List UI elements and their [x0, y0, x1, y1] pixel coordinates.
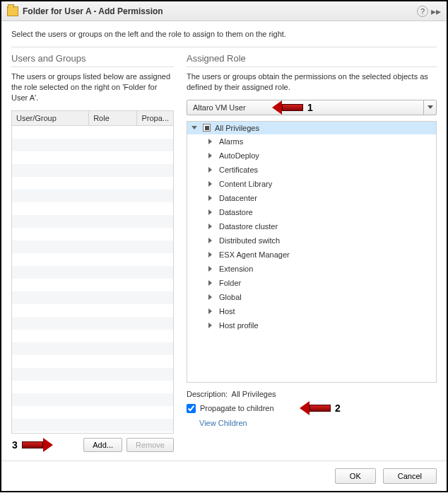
- expand-icon[interactable]: [208, 195, 212, 201]
- tree-item[interactable]: Certificates: [187, 163, 436, 177]
- checkbox-icon[interactable]: [203, 124, 211, 132]
- ok-button[interactable]: OK: [335, 468, 376, 484]
- expand-icon[interactable]: [208, 266, 212, 272]
- expand-icon[interactable]: ▸▸: [431, 6, 441, 17]
- tree-item[interactable]: Alarms: [187, 134, 436, 149]
- tree-item[interactable]: Datacenter: [187, 191, 436, 205]
- tree-item-label: Extension: [219, 265, 253, 273]
- role-dropdown-value: Altaro VM User: [187, 103, 423, 112]
- assigned-role-desc: The users or groups obtain the permissio…: [187, 71, 437, 93]
- tree-item-label: Content Library: [219, 180, 272, 188]
- tree-item[interactable]: Content Library: [187, 177, 436, 191]
- expand-icon[interactable]: [208, 209, 212, 215]
- col-user-group[interactable]: User/Group: [12, 111, 89, 125]
- tree-item-label: AutoDeploy: [219, 151, 259, 160]
- tree-item[interactable]: Host: [187, 304, 436, 318]
- expand-icon[interactable]: [208, 252, 212, 257]
- col-propagate[interactable]: Propa...: [137, 111, 173, 125]
- tree-item[interactable]: Distributed switch: [187, 233, 436, 248]
- folder-icon: [7, 6, 18, 16]
- tree-item-label: Folder: [219, 279, 241, 287]
- dialog-footer: OK Cancel: [1, 461, 447, 491]
- assigned-role-heading: Assigned Role: [187, 53, 437, 67]
- permission-dialog: Folder for User A - Add Permission ? ▸▸ …: [0, 0, 448, 492]
- expand-icon[interactable]: [208, 294, 212, 300]
- remove-button: Remove: [126, 438, 174, 452]
- tree-item-label: Global: [219, 293, 242, 301]
- users-table-body[interactable]: [11, 126, 174, 434]
- tree-item-label: Host: [219, 307, 235, 315]
- privileges-tree[interactable]: All Privileges AlarmsAutoDeployCertifica…: [187, 121, 437, 383]
- tree-item-label: ESX Agent Manager: [219, 250, 290, 259]
- expand-icon[interactable]: [208, 224, 212, 229]
- expand-icon[interactable]: [208, 167, 212, 173]
- help-icon[interactable]: ?: [417, 6, 428, 17]
- table-header: User/Group Role Propa...: [11, 110, 174, 126]
- tree-root-label: All Privileges: [215, 124, 259, 132]
- tree-item[interactable]: ESX Agent Manager: [187, 248, 436, 262]
- expand-icon[interactable]: [208, 139, 212, 144]
- dialog-title: Folder for User A - Add Permission: [23, 6, 417, 16]
- col-role[interactable]: Role: [89, 111, 137, 125]
- expand-icon[interactable]: [208, 280, 212, 286]
- expand-icon[interactable]: [208, 308, 212, 314]
- tree-item-label: Distributed switch: [219, 236, 280, 245]
- tree-item-label: Alarms: [219, 137, 243, 146]
- users-groups-desc: The users or groups listed below are ass…: [11, 71, 174, 103]
- add-button[interactable]: Add...: [83, 438, 122, 452]
- propagate-label[interactable]: Propagate to children: [200, 404, 274, 412]
- expand-icon[interactable]: [208, 238, 212, 243]
- cancel-button[interactable]: Cancel: [383, 468, 437, 484]
- instruction-text: Select the users or groups on the left a…: [11, 30, 437, 38]
- privilege-description: Description: All Privileges: [187, 390, 437, 398]
- tree-item[interactable]: Global: [187, 290, 436, 304]
- expand-icon[interactable]: [208, 181, 212, 187]
- annotation-3: 3: [12, 439, 18, 451]
- tree-root-item[interactable]: All Privileges: [187, 122, 436, 134]
- expand-icon[interactable]: [208, 153, 212, 158]
- tree-item[interactable]: Datastore: [187, 205, 436, 219]
- view-children-link[interactable]: View Children: [199, 419, 437, 427]
- annotation-2: 2: [335, 403, 341, 414]
- chevron-down-icon[interactable]: [423, 100, 436, 115]
- collapse-icon[interactable]: [191, 126, 197, 129]
- users-groups-heading: Users and Groups: [11, 53, 174, 67]
- tree-item[interactable]: Folder: [187, 276, 436, 290]
- tree-item-label: Datacenter: [219, 194, 257, 202]
- tree-item-label: Certificates: [219, 166, 258, 174]
- tree-item[interactable]: Host profile: [187, 318, 436, 332]
- expand-icon[interactable]: [208, 323, 212, 328]
- propagate-row: Propagate to children 2: [187, 404, 437, 413]
- tree-item[interactable]: Extension: [187, 262, 436, 276]
- propagate-checkbox[interactable]: [187, 404, 196, 413]
- tree-item[interactable]: Datastore cluster: [187, 219, 436, 233]
- tree-item-label: Datastore: [219, 208, 253, 216]
- tree-item[interactable]: AutoDeploy: [187, 149, 436, 163]
- tree-item-label: Datastore cluster: [219, 222, 278, 231]
- role-dropdown[interactable]: Altaro VM User 1: [187, 100, 437, 115]
- tree-item-label: Host profile: [219, 321, 259, 330]
- titlebar: Folder for User A - Add Permission ? ▸▸: [1, 1, 447, 21]
